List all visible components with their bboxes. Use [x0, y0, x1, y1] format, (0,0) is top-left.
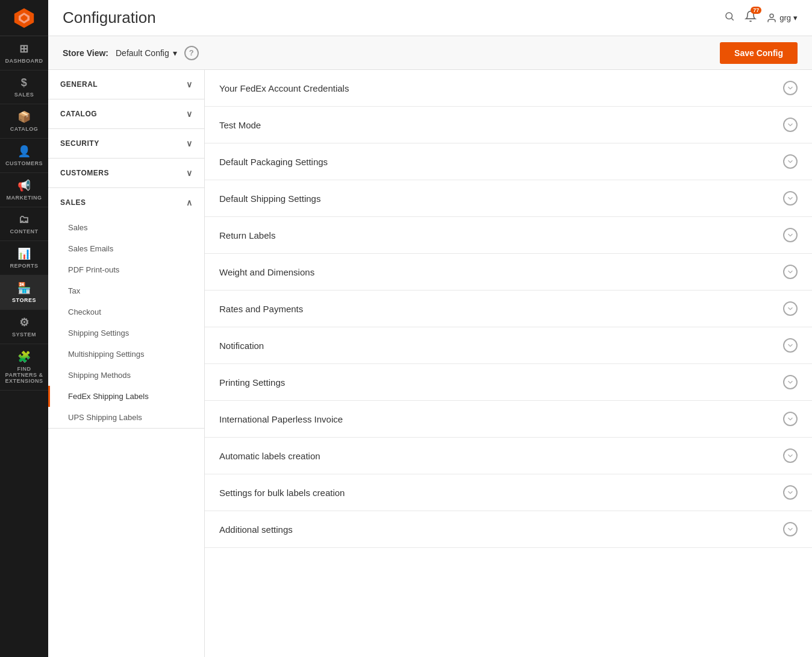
- main-content: Configuration 77 grg ▾: [48, 0, 812, 657]
- store-view-chevron-icon: ▾: [173, 48, 177, 58]
- sidebar-item-tax[interactable]: Tax: [48, 280, 204, 301]
- nav-label-content: CONTENT: [10, 228, 39, 234]
- dashboard-icon: ⊞: [19, 42, 29, 55]
- nav-label-find-partners: FIND PARTNERS & EXTENSIONS: [2, 366, 46, 384]
- svg-point-3: [726, 13, 732, 19]
- config-section-title-additional-settings: Additional settings: [219, 524, 293, 535]
- save-config-button[interactable]: Save Config: [720, 42, 798, 64]
- store-view-select[interactable]: Default Config ▾: [116, 48, 177, 58]
- expand-icon-return-labels: [783, 228, 798, 242]
- page-title: Configuration: [63, 8, 156, 27]
- expand-icon-default-shipping: [783, 191, 798, 206]
- sidebar-section-security: SECURITY ∨: [48, 129, 204, 159]
- config-section-notification[interactable]: Notification: [205, 327, 812, 364]
- nav-item-sales[interactable]: $ SALES: [0, 71, 48, 104]
- sidebar-item-sales-emails[interactable]: Sales Emails: [48, 238, 204, 259]
- expand-icon-default-packaging: [783, 154, 798, 169]
- config-section-rates-payments[interactable]: Rates and Payments: [205, 291, 812, 327]
- left-nav: ⊞ DASHBOARD$ SALES📦 CATALOG👤 CUSTOMERS📢 …: [0, 0, 48, 657]
- nav-item-content[interactable]: 🗂 CONTENT: [0, 207, 48, 241]
- sidebar-section-header-catalog[interactable]: CATALOG ∨: [48, 99, 204, 128]
- sidebar-section-general: GENERAL ∨: [48, 70, 204, 99]
- notification-button[interactable]: 77: [745, 10, 757, 25]
- sidebar-item-pdf-printouts[interactable]: PDF Print-outs: [48, 259, 204, 280]
- config-section-fedex-credentials[interactable]: Your FedEx Account Credentials: [205, 70, 812, 107]
- sidebar-item-checkout[interactable]: Checkout: [48, 301, 204, 322]
- store-view-label: Store View:: [63, 48, 108, 58]
- config-section-test-mode[interactable]: Test Mode: [205, 107, 812, 143]
- sidebar-item-multishipping[interactable]: Multishipping Settings: [48, 344, 204, 365]
- expand-icon-test-mode: [783, 118, 798, 132]
- search-button[interactable]: [724, 11, 735, 25]
- logo[interactable]: [0, 0, 48, 36]
- nav-label-sales: SALES: [14, 92, 34, 98]
- content-icon: 🗂: [19, 213, 30, 226]
- sidebar-item-shipping-settings[interactable]: Shipping Settings: [48, 322, 204, 344]
- config-section-international-invoice[interactable]: International Paperless Invoice: [205, 401, 812, 438]
- config-section-auto-labels[interactable]: Automatic labels creation: [205, 438, 812, 474]
- expand-icon-additional-settings: [783, 522, 798, 536]
- config-section-bulk-labels[interactable]: Settings for bulk labels creation: [205, 474, 812, 511]
- sidebar-section-header-security[interactable]: SECURITY ∨: [48, 129, 204, 158]
- config-section-title-return-labels: Return Labels: [219, 230, 275, 240]
- user-name: grg: [779, 13, 791, 22]
- top-bar-actions: 77 grg ▾: [724, 10, 798, 25]
- svg-point-5: [770, 14, 773, 17]
- sidebar-section-header-customers[interactable]: CUSTOMERS ∨: [48, 159, 204, 187]
- sidebar-section-customers: CUSTOMERS ∨: [48, 159, 204, 188]
- sidebar-section-label-general: GENERAL: [60, 80, 98, 89]
- sidebar-section-label-sales: SALES: [60, 198, 86, 207]
- nav-item-system[interactable]: ⚙ SYSTEM: [0, 310, 48, 344]
- store-view-section: Store View: Default Config ▾ ?: [63, 46, 199, 60]
- user-chevron-icon: ▾: [793, 13, 798, 22]
- nav-label-catalog: CATALOG: [10, 126, 39, 132]
- catalog-icon: 📦: [17, 110, 31, 124]
- config-section-title-rates-payments: Rates and Payments: [219, 304, 303, 314]
- chevron-icon-security: ∨: [186, 139, 193, 148]
- sidebar-section-catalog: CATALOG ∨: [48, 99, 204, 129]
- config-section-title-international-invoice: International Paperless Invoice: [219, 414, 343, 424]
- nav-item-marketing[interactable]: 📢 MARKETING: [0, 173, 48, 207]
- store-view-value: Default Config: [116, 48, 169, 58]
- sidebar-section-sales: SALES ∧SalesSales EmailsPDF Print-outsTa…: [48, 188, 204, 429]
- sidebar-item-shipping-methods[interactable]: Shipping Methods: [48, 365, 204, 386]
- sidebar-item-sales[interactable]: Sales: [48, 217, 204, 238]
- config-section-default-packaging[interactable]: Default Packaging Settings: [205, 143, 812, 180]
- expand-icon-fedex-credentials: [783, 81, 798, 95]
- help-icon[interactable]: ?: [184, 46, 199, 60]
- nav-label-system: SYSTEM: [12, 332, 36, 338]
- config-section-title-test-mode: Test Mode: [219, 120, 261, 130]
- config-section-weight-dimensions[interactable]: Weight and Dimensions: [205, 254, 812, 291]
- config-section-title-weight-dimensions: Weight and Dimensions: [219, 267, 314, 277]
- sidebar-sub-items-sales: SalesSales EmailsPDF Print-outsTaxChecko…: [48, 217, 204, 428]
- expand-icon-bulk-labels: [783, 485, 798, 500]
- nav-item-dashboard[interactable]: ⊞ DASHBOARD: [0, 36, 48, 71]
- expand-icon-international-invoice: [783, 412, 798, 426]
- expand-icon-rates-payments: [783, 301, 798, 316]
- svg-line-4: [732, 18, 734, 20]
- sidebar: GENERAL ∨CATALOG ∨SECURITY ∨CUSTOMERS ∨S…: [48, 70, 205, 657]
- nav-item-find-partners[interactable]: 🧩 FIND PARTNERS & EXTENSIONS: [0, 344, 48, 391]
- config-section-title-fedex-credentials: Your FedEx Account Credentials: [219, 83, 349, 93]
- user-menu-button[interactable]: grg ▾: [766, 13, 798, 24]
- reports-icon: 📊: [17, 247, 31, 260]
- expand-icon-auto-labels: [783, 448, 798, 463]
- nav-item-stores[interactable]: 🏪 STORES: [0, 275, 48, 310]
- main-panel: Your FedEx Account Credentials Test Mode…: [205, 70, 812, 657]
- nav-item-reports[interactable]: 📊 REPORTS: [0, 241, 48, 275]
- config-bar: Store View: Default Config ▾ ? Save Conf…: [48, 36, 812, 70]
- nav-label-stores: STORES: [12, 297, 36, 303]
- config-section-printing-settings[interactable]: Printing Settings: [205, 364, 812, 401]
- config-section-title-notification: Notification: [219, 341, 264, 351]
- sidebar-section-header-sales[interactable]: SALES ∧: [48, 188, 204, 217]
- config-section-default-shipping[interactable]: Default Shipping Settings: [205, 180, 812, 217]
- expand-icon-notification: [783, 338, 798, 353]
- nav-item-customers[interactable]: 👤 CUSTOMERS: [0, 139, 48, 173]
- nav-item-catalog[interactable]: 📦 CATALOG: [0, 104, 48, 139]
- sidebar-item-fedex-labels[interactable]: FedEx Shipping Labels: [48, 386, 204, 407]
- sidebar-section-header-general[interactable]: GENERAL ∨: [48, 70, 204, 99]
- config-section-return-labels[interactable]: Return Labels: [205, 217, 812, 254]
- expand-icon-printing-settings: [783, 375, 798, 389]
- config-section-additional-settings[interactable]: Additional settings: [205, 511, 812, 548]
- sidebar-item-ups-labels[interactable]: UPS Shipping Labels: [48, 407, 204, 428]
